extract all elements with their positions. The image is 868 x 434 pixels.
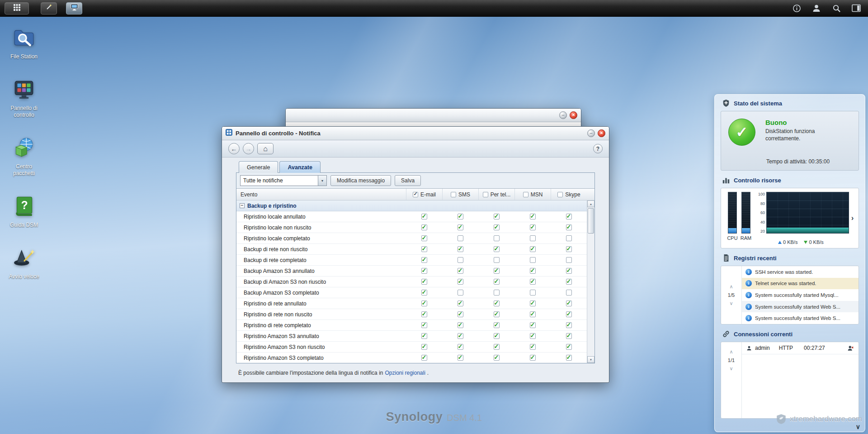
checkbox[interactable] xyxy=(530,224,536,230)
table-row[interactable]: Ripristino locale completato xyxy=(236,233,587,244)
checkbox[interactable] xyxy=(494,268,500,274)
pilot-view-icon[interactable] xyxy=(851,3,862,14)
table-row[interactable]: Ripristino di rete non riuscito xyxy=(236,309,587,320)
page-up-icon[interactable] xyxy=(729,349,733,354)
checkbox[interactable] xyxy=(421,322,427,328)
checkbox[interactable] xyxy=(458,322,463,328)
checkbox[interactable] xyxy=(566,322,572,328)
checkbox[interactable] xyxy=(421,355,427,361)
checkbox[interactable] xyxy=(566,235,572,241)
log-entry[interactable]: System successfully started Web S... xyxy=(742,312,859,324)
table-row[interactable]: Ripristino Amazon S3 annullato xyxy=(236,331,587,342)
table-row[interactable]: Backup Amazon S3 annullato xyxy=(236,266,587,277)
checkbox[interactable] xyxy=(530,268,536,274)
column-sms[interactable]: SMS xyxy=(442,189,478,200)
checkbox[interactable] xyxy=(458,214,463,219)
user-icon[interactable] xyxy=(811,3,822,14)
column-skype[interactable]: Skype xyxy=(551,189,587,200)
checkbox[interactable] xyxy=(530,300,536,306)
checkbox[interactable] xyxy=(566,300,572,306)
checkbox[interactable] xyxy=(494,333,500,339)
minimize-button[interactable] xyxy=(559,111,567,119)
close-button[interactable] xyxy=(570,111,577,119)
save-button[interactable]: Salva xyxy=(395,175,421,186)
checkbox[interactable] xyxy=(458,344,463,350)
table-row[interactable]: Ripristino di rete annullato xyxy=(236,298,587,309)
checkbox[interactable] xyxy=(566,257,572,263)
checkbox[interactable] xyxy=(530,214,536,219)
checkbox[interactable] xyxy=(566,311,572,317)
checkbox[interactable] xyxy=(530,311,536,317)
checkbox[interactable] xyxy=(494,311,500,317)
storage-manager-titlebar[interactable] xyxy=(286,109,581,122)
checkbox[interactable] xyxy=(494,344,500,350)
log-entry[interactable]: System successfully started Mysql... xyxy=(742,289,859,301)
table-row[interactable]: Backup di rete completato xyxy=(236,255,587,266)
desktop-icon-dsm-help[interactable]: ? Guida DSM xyxy=(5,195,43,228)
checkbox[interactable] xyxy=(421,311,427,317)
table-row[interactable]: Ripristino Amazon S3 non riuscito xyxy=(236,342,587,353)
disconnect-user-icon[interactable] xyxy=(847,345,854,351)
checkbox[interactable] xyxy=(421,235,427,241)
checkbox[interactable] xyxy=(530,322,536,328)
expand-chevron-icon[interactable] xyxy=(849,192,856,244)
checkbox[interactable] xyxy=(566,224,572,230)
close-button[interactable] xyxy=(598,129,605,137)
checkbox[interactable] xyxy=(494,300,500,306)
desktop-icon-control-panel[interactable]: Pannello di controllo xyxy=(5,78,43,118)
minimize-button[interactable] xyxy=(587,129,595,137)
checkbox[interactable] xyxy=(421,344,427,350)
checkbox[interactable] xyxy=(458,235,463,241)
checkbox[interactable] xyxy=(458,224,463,230)
checkbox[interactable] xyxy=(421,300,427,306)
checkbox[interactable] xyxy=(421,290,427,296)
checkbox[interactable] xyxy=(421,268,427,274)
tab-avanzate[interactable]: Avanzate xyxy=(279,161,320,173)
forward-button[interactable] xyxy=(243,143,254,154)
table-row[interactable]: Backup Amazon S3 completato xyxy=(236,287,587,298)
info-icon[interactable] xyxy=(791,3,802,14)
page-up-icon[interactable] xyxy=(729,284,733,289)
checkbox[interactable] xyxy=(530,290,536,296)
page-down-icon[interactable] xyxy=(729,366,733,371)
checkbox[interactable] xyxy=(494,235,500,241)
checkbox[interactable] xyxy=(421,246,427,252)
back-button[interactable] xyxy=(228,143,240,154)
collapse-icon[interactable] xyxy=(240,203,245,208)
checkbox[interactable] xyxy=(530,246,536,252)
desktop-icon-file-station[interactable]: File Station xyxy=(5,26,43,60)
checkbox[interactable] xyxy=(494,257,500,263)
checkbox[interactable] xyxy=(530,344,536,350)
checkbox[interactable] xyxy=(458,333,463,339)
notification-titlebar[interactable]: Pannello di controllo - Notifica xyxy=(222,127,609,140)
regional-options-link[interactable]: Opzioni regionali xyxy=(385,370,425,376)
checkbox[interactable] xyxy=(566,279,572,285)
checkbox[interactable] xyxy=(494,290,500,296)
checkbox[interactable] xyxy=(530,279,536,285)
log-entry[interactable]: SSH service was started. xyxy=(742,266,859,278)
tab-generale[interactable]: Generale xyxy=(239,161,278,173)
checkbox[interactable] xyxy=(566,355,572,361)
checkbox[interactable] xyxy=(530,355,536,361)
table-scrollbar[interactable] xyxy=(587,200,594,363)
checkbox[interactable] xyxy=(421,333,427,339)
group-row[interactable]: Backup e ripristino xyxy=(236,200,587,211)
column-email[interactable]: E-mail xyxy=(406,189,442,200)
checkbox[interactable] xyxy=(494,214,500,219)
column-checkbox[interactable] xyxy=(451,192,456,197)
checkbox[interactable] xyxy=(566,268,572,274)
checkbox[interactable] xyxy=(421,279,427,285)
help-button[interactable]: ? xyxy=(593,144,603,153)
column-checkbox[interactable] xyxy=(523,192,528,197)
column-checkbox[interactable] xyxy=(413,192,418,197)
checkbox[interactable] xyxy=(458,355,463,361)
search-icon[interactable] xyxy=(831,3,842,14)
table-row[interactable]: Ripristino locale non riuscito xyxy=(236,222,587,233)
checkbox[interactable] xyxy=(530,333,536,339)
checkbox[interactable] xyxy=(421,224,427,230)
column-msn[interactable]: MSN xyxy=(514,189,551,200)
checkbox[interactable] xyxy=(458,300,463,306)
checkbox[interactable] xyxy=(458,290,463,296)
table-row[interactable]: Backup di Amazon S3 non riuscito xyxy=(236,277,587,287)
scroll-up-arrow[interactable] xyxy=(587,200,594,207)
